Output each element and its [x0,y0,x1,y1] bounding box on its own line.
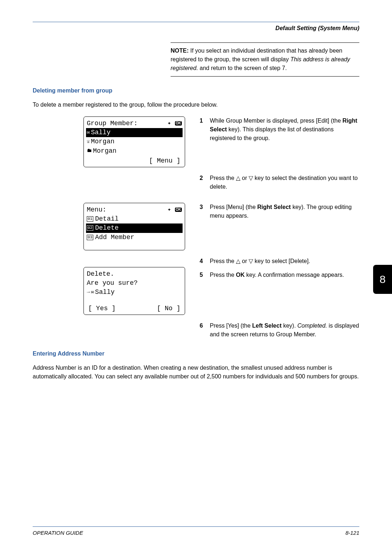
step-6: 6Press [Yes] (the Left Select key). Comp… [200,321,359,339]
step-2: 2Press the or key to select the destinat… [200,174,359,191]
lcd2-item3: 03Add Member [87,233,182,242]
lcd3-no: [ No ] [157,304,180,313]
mail-icon: ✉ [87,129,90,136]
step-4: 4Press the or key to select [Delete]. [200,257,359,266]
top-rule [33,22,359,22]
up-arrow-icon [236,257,240,266]
lcd1-title: Group Member: [87,119,138,128]
arrow-right-icon: → [87,289,90,296]
lcd3-line2: Are you sure? [87,279,182,288]
lcd3-line3: →✉Sally [87,288,182,297]
chapter-tab: 8 [373,265,392,294]
lcd2-item1: 01Detail [87,214,182,223]
note-label: NOTE: [171,48,189,54]
subheading-address: Entering Address Number [33,350,359,357]
lcd1-item1: ✉Sally [86,128,183,137]
mail-icon: ✉ [91,289,94,296]
lcd1-item2: ☏Morgan [87,137,182,146]
down-arrow-icon [249,257,253,266]
footer: OPERATION GUIDE 8-121 [33,526,359,536]
subheading-delete: Deleting member from group [33,87,359,94]
lcd-group-member: Group Member: ✦ OK ✉Sally ☏Morgan 🖿Morga… [83,116,185,167]
lcd3-line1: Delete. [87,270,182,279]
note-text-2: and return to the screen of step 7. [198,65,287,71]
lcd1-menu: [ Menu ] [149,156,180,165]
footer-right: 8-121 [346,530,359,536]
down-arrow-icon [249,174,253,182]
lcd-indicators-2: ✦ OK [168,205,182,214]
lcd-confirm: Delete. Are you sure? →✉Sally [ Yes ] [ … [83,267,185,315]
folder-icon: 🖿 [87,147,92,155]
lcd-menu: Menu: ✦ OK 01Detail 02Delete 03Add Membe… [83,203,185,250]
step-1: 1While Group Member is displayed, press … [200,116,359,143]
address-body: Address Number is an ID for a destinatio… [33,364,359,381]
note-box: NOTE: If you select an individual destin… [171,42,359,77]
intro-text: To delete a member registered to the gro… [33,100,359,109]
step-3: 3Press [Menu] (the Right Select key). Th… [200,203,359,220]
step-5: 5Press the OK key. A confirmation messag… [200,271,359,279]
up-arrow-icon [236,174,240,182]
lcd1-item3: 🖿Morgan [87,147,182,156]
lcd-indicators: ✦ OK [168,119,182,128]
lcd3-yes: [ Yes ] [88,304,116,313]
lcd2-item2: 02Delete [86,223,183,233]
phone-icon: ☏ [87,138,90,145]
lcd2-title: Menu: [87,205,106,214]
footer-left: OPERATION GUIDE [33,530,83,536]
breadcrumb: Default Setting (System Menu) [33,25,359,32]
